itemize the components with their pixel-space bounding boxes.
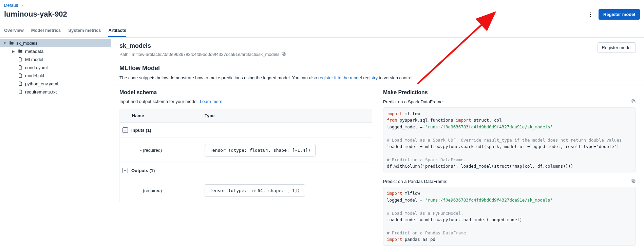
- tab-system-metrics[interactable]: System metrics: [68, 24, 101, 37]
- schema-col-name: Name: [120, 109, 201, 122]
- collapse-icon[interactable]: −: [122, 168, 128, 173]
- tree-label: sk_models: [16, 41, 37, 46]
- tree-label: model.pkl: [25, 73, 44, 78]
- svg-rect-8: [632, 180, 634, 182]
- chevron-right-icon[interactable]: ▶: [12, 49, 16, 53]
- schema-input-row: - (required) Tensor (dtype: float64, sha…: [120, 138, 372, 163]
- svg-rect-3: [283, 53, 285, 56]
- tree-folder-sk_models[interactable]: ▼ sk_models: [0, 39, 111, 47]
- predict-pandas-code: import mlflow logged_model = 'runs:/f0e9…: [383, 187, 636, 246]
- file-icon: [18, 73, 23, 78]
- chevron-down-icon[interactable]: ▼: [3, 41, 7, 45]
- collapse-icon[interactable]: −: [122, 127, 128, 133]
- tabs: Overview Model metrics System metrics Ar…: [0, 24, 644, 38]
- model-schema-heading: Model schema: [119, 89, 372, 96]
- folder-icon: [9, 41, 14, 45]
- schema-col-type: Type: [201, 109, 372, 122]
- tab-artifacts[interactable]: Artifacts: [108, 24, 126, 37]
- breadcrumb: Default ›: [0, 0, 644, 8]
- schema-output-type: Tensor (dtype: int64, shape: [-1]): [205, 184, 305, 197]
- predictions-heading: Make Predictions: [383, 89, 636, 96]
- register-model-secondary-button[interactable]: Register model: [598, 42, 636, 53]
- register-registry-link[interactable]: register it to the model registry: [318, 75, 378, 80]
- folder-icon: [18, 49, 23, 54]
- tree-file-requirements[interactable]: requirements.txt: [0, 88, 111, 96]
- svg-rect-7: [633, 180, 635, 183]
- schema-subtext: Input and output schema for your model.: [119, 99, 200, 104]
- tree-file-conda[interactable]: conda.yaml: [0, 63, 111, 71]
- predict-pandas-label: Predict on a Pandas DataFrame:: [383, 179, 447, 184]
- more-actions-button[interactable]: [586, 11, 594, 19]
- file-icon: [18, 65, 23, 70]
- tree-label: python_env.yaml: [25, 81, 58, 86]
- tab-model-metrics[interactable]: Model metrics: [31, 24, 61, 37]
- tree-file-pythonenv[interactable]: python_env.yaml: [0, 80, 111, 88]
- schema-output-name: - (required): [140, 188, 198, 193]
- copy-icon[interactable]: [281, 51, 286, 57]
- schema-outputs-label: Outputs (1): [131, 168, 155, 173]
- page-title: luminous-yak-902: [4, 9, 67, 19]
- tree-label: MLmodel: [25, 57, 43, 62]
- register-model-button[interactable]: Register model: [599, 9, 640, 20]
- svg-rect-6: [632, 100, 634, 102]
- file-icon: [18, 89, 23, 94]
- svg-rect-5: [633, 101, 635, 103]
- schema-inputs-group[interactable]: − Inputs (1): [120, 123, 372, 138]
- copy-code-icon[interactable]: [631, 99, 636, 105]
- schema-output-row: - (required) Tensor (dtype: int64, shape…: [120, 178, 372, 203]
- file-icon: [18, 81, 23, 86]
- path-label: Path:: [119, 52, 130, 57]
- schema-outputs-group[interactable]: − Outputs (1): [120, 163, 372, 178]
- tree-label: requirements.txt: [25, 89, 57, 95]
- tree-file-mlmodel[interactable]: MLmodel: [0, 55, 111, 63]
- svg-point-1: [590, 14, 591, 15]
- tree-label: metadata: [25, 49, 43, 54]
- tab-overview[interactable]: Overview: [4, 24, 24, 37]
- predictions-section: Make Predictions Predict on a Spark Data…: [383, 89, 636, 250]
- schema-learn-more-link[interactable]: Learn more: [200, 99, 222, 104]
- schema-inputs-label: Inputs (1): [131, 128, 151, 133]
- schema-header-row: Name Type: [120, 109, 372, 123]
- svg-point-2: [590, 16, 591, 17]
- artifact-tree: ▼ sk_models ▶ metadata MLmodel: [0, 38, 111, 250]
- artifact-path: mlflow-artifacts:/0/f0e9636783fc4fd9bd0d…: [132, 52, 279, 57]
- artifact-title: sk_models: [119, 42, 286, 49]
- predict-spark-label: Predict on a Spark DataFrame:: [383, 99, 444, 104]
- schema-input-type: Tensor (dtype: float64, shape: [-1,4]): [205, 144, 316, 157]
- tree-file-modelpkl[interactable]: model.pkl: [0, 71, 111, 80]
- breadcrumb-root[interactable]: Default: [4, 3, 18, 8]
- breadcrumb-sep: ›: [21, 3, 23, 8]
- predict-spark-code: import mlflow from pyspark.sql.functions…: [383, 107, 636, 172]
- mlflow-model-desc: The code snippets below demonstrate how …: [111, 75, 644, 85]
- copy-code-icon[interactable]: [631, 179, 636, 184]
- schema-input-name: - (required): [140, 148, 198, 153]
- svg-rect-4: [282, 52, 285, 55]
- svg-point-0: [590, 12, 591, 13]
- tree-folder-metadata[interactable]: ▶ metadata: [0, 47, 111, 55]
- tree-label: conda.yaml: [25, 65, 48, 70]
- model-schema-section: Model schema Input and output schema for…: [119, 89, 372, 250]
- file-icon: [18, 57, 23, 62]
- mlflow-model-heading: MLflow Model: [111, 62, 644, 75]
